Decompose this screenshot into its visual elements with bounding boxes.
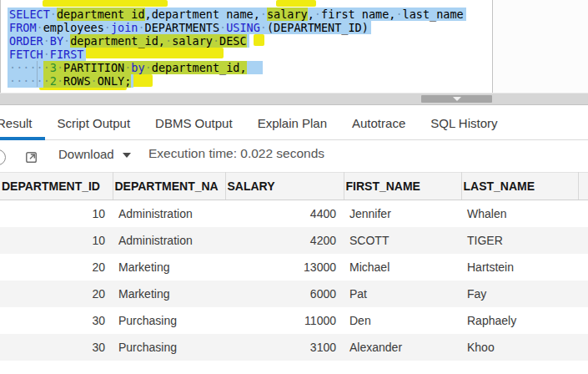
code-token: · (63, 34, 70, 48)
tab-sql-history[interactable]: SQL History (418, 116, 510, 130)
cell (578, 227, 588, 254)
sql-worksheet-window: SELECT·department_id,department_name,·sa… (0, 0, 588, 374)
code-token: DEPARTMENTS (145, 21, 219, 34)
highlighted-token: · (165, 34, 172, 48)
sql-editor[interactable]: SELECT·department_id,department_name,·sa… (0, 0, 493, 93)
code-token: BY (50, 34, 63, 48)
chevron-down-icon (453, 97, 461, 101)
editor-side-gutter (493, 0, 588, 93)
highlighted-token: 3 (50, 61, 57, 74)
code-token: · (314, 8, 321, 21)
cell (461, 361, 578, 374)
tab-result[interactable]: Result (0, 116, 45, 130)
highlighted-token: 2 (50, 74, 57, 88)
cell: TIGER (461, 227, 578, 254)
table-row[interactable]: 10Administration4400JenniferWhalen (0, 200, 588, 227)
table-row[interactable]: 20Marketing13000MichaelHartstein (0, 254, 588, 280)
pane-splitter[interactable] (0, 93, 588, 105)
code-token: department_name (152, 8, 254, 21)
cell (578, 307, 588, 334)
result-grid: DEPARTMENT_IDDEPARTMENT_NASALARYFIRST_NA… (0, 172, 588, 374)
code-token: FIRST (50, 48, 84, 61)
cell: Fay (461, 280, 578, 307)
table-row[interactable]: 30Purchasing11000DenRaphaely (0, 307, 588, 334)
cell: Pat (344, 280, 461, 307)
download-button[interactable]: Download (58, 147, 131, 161)
code-token: , (308, 8, 314, 21)
code-line: FROM·employees·join·DEPARTMENTS·USING·(D… (9, 21, 492, 34)
highlighted-token: salary (267, 8, 308, 21)
code-line: ORDER·BY·department_id,·salary·DESC (9, 34, 492, 48)
highlighted-token: ONLY; (98, 74, 132, 88)
execution-time-status: Execution time: 0.022 seconds (148, 146, 324, 161)
refresh-circle-icon[interactable] (0, 149, 6, 165)
column-header-first_name[interactable]: FIRST_NAME (344, 173, 461, 200)
highlighted-token: · (43, 74, 50, 88)
column-header-spacer (578, 173, 588, 200)
highlighted-token: department_id (57, 8, 145, 21)
highlighted-token: department_id, (70, 34, 165, 48)
highlighted-token: · (57, 74, 63, 88)
code-token: FROM (9, 21, 37, 34)
column-header-department_na[interactable]: DEPARTMENT_NA (113, 173, 225, 200)
highlighted-token: department_id, (152, 61, 247, 74)
code-token: FETCH (9, 48, 43, 61)
cell: 13000 (225, 254, 344, 280)
result-table: DEPARTMENT_IDDEPARTMENT_NASALARYFIRST_NA… (0, 172, 588, 374)
tab-explain-plan[interactable]: Explain Plan (245, 116, 339, 130)
splitter-collapse-handle[interactable] (421, 95, 492, 103)
code-token: SELECT (9, 8, 50, 21)
table-row[interactable]: 10Administration4200SCOTTTIGER (0, 227, 588, 254)
code-line: ······3·PARTITION·by·department_id, (9, 61, 492, 74)
code-token: ····· (9, 61, 43, 74)
cell (578, 254, 588, 280)
code-token: join (111, 21, 138, 34)
selected-text: SELECT·department_id,department_name,·sa… (8, 8, 466, 21)
cell: Raphaely (461, 307, 578, 334)
code-token: , (254, 8, 260, 21)
highlighted-token: · (145, 61, 152, 74)
code-token: · (138, 21, 144, 34)
selected-text: FROM·employees·join·DEPARTMENTS·USING·(D… (8, 21, 371, 34)
cell: Marketing (113, 280, 225, 307)
tab-script-output[interactable]: Script Output (45, 116, 143, 130)
table-row[interactable]: 30Purchasing3100AlexanderKhoo (0, 334, 588, 361)
highlighted-token: · (91, 74, 98, 88)
column-header-department_id[interactable]: DEPARTMENT_ID (0, 173, 113, 200)
cell: 6000 (225, 280, 344, 307)
cell: 4200 (225, 227, 344, 254)
column-header-last_name[interactable]: LAST_NAME (461, 173, 578, 200)
table-row[interactable]: 20Marketing6000PatFay (0, 280, 588, 307)
open-in-new-window-icon[interactable] (24, 149, 39, 164)
code-token: , (145, 8, 152, 21)
highlighted-token: · (213, 34, 219, 48)
code-line: SELECT·department_id,department_name,·sa… (9, 8, 492, 21)
cell (578, 334, 588, 361)
code-token: employees (43, 21, 104, 34)
code-token: last_name (403, 8, 464, 21)
tab-dbms-output[interactable]: DBMS Output (143, 116, 245, 130)
code-token: · (260, 8, 267, 21)
cell: Khoo (461, 334, 578, 361)
cell: Administration (113, 227, 225, 254)
code-token: · (43, 48, 50, 61)
column-header-salary[interactable]: SALARY (225, 173, 344, 200)
chevron-down-icon (123, 153, 131, 158)
cell: 20 (0, 280, 113, 307)
code-line: FETCH·FIRST (9, 48, 492, 61)
tab-autotrace[interactable]: Autotrace (339, 116, 418, 130)
code-token: · (37, 21, 43, 34)
highlighted-token: salary (172, 34, 213, 48)
code-token: ····· (9, 74, 43, 88)
download-label: Download (58, 147, 114, 161)
cell: 3100 (225, 334, 344, 361)
code-token: USING (226, 21, 260, 34)
cell: 10 (0, 227, 113, 254)
cell (578, 200, 588, 227)
highlighted-token: ROWS (63, 74, 91, 88)
table-row[interactable] (0, 361, 588, 374)
cell: 4400 (225, 200, 344, 227)
cell: Purchasing (113, 307, 225, 334)
code-line: ······2·ROWS·ONLY; (9, 74, 492, 88)
result-tab-bar: ResultScript OutputDBMS OutputExplain Pl… (0, 105, 588, 140)
